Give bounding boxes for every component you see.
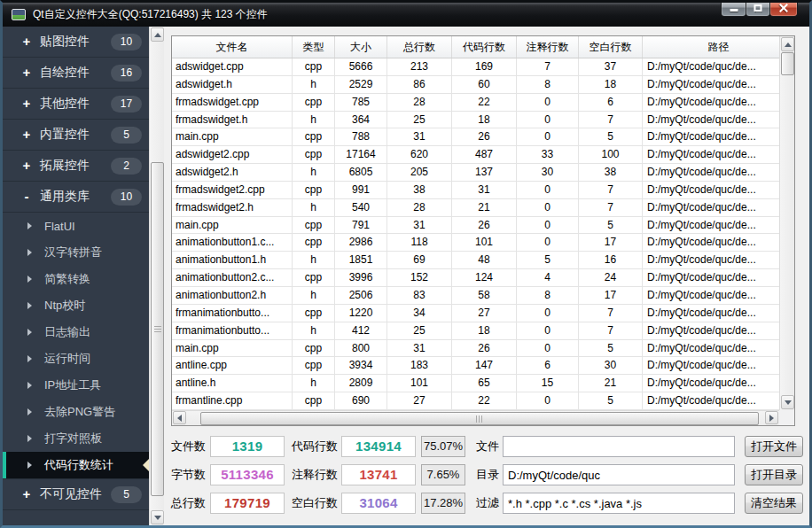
table-row[interactable]: animationbutton1.c...cpp2986118101017D:/… [172,234,779,252]
table-cell: D:/myQt/code/quc/de... [643,112,779,129]
sidebar-item[interactable]: 运行时间 [3,346,149,372]
scrollbar-thumb[interactable] [200,412,759,425]
table-cell: 3934 [335,357,387,375]
column-header[interactable]: 总行数 [387,36,452,58]
table-row[interactable]: frmadswidget.cppcpp785282206D:/myQt/code… [172,94,779,112]
table-row[interactable]: frmantline.cppcpp690272205D:/myQt/code/q… [172,392,779,410]
sidebar-item[interactable]: Ntp校时 [3,292,149,319]
sidebar-group[interactable]: +拓展控件2 [3,151,149,182]
sidebar-group[interactable]: -通用类库10 [3,182,149,213]
table-cell: cpp [293,146,335,164]
column-header[interactable]: 类型 [293,36,335,58]
table-cell: cpp [293,357,335,375]
sidebar-item[interactable]: 去除PNG警告 [3,399,149,425]
table-vertical-scrollbar[interactable] [779,36,794,410]
table-row[interactable]: antline.hh2809101651521D:/myQt/code/quc/… [172,375,779,392]
sidebar-item[interactable]: 代码行数统计 [3,452,149,478]
sidebar-item[interactable]: FlatUI [3,213,149,239]
directory-input[interactable] [503,464,735,485]
scrollbar-thumb[interactable] [781,52,794,75]
table-row[interactable]: adswidget.hh25298660818D:/myQt/code/quc/… [172,76,779,94]
sidebar-group-label: 自绘控件 [40,65,111,81]
stat-value: 31064 [341,493,416,514]
sidebar-scrollbar[interactable] [149,27,164,525]
table-cell: D:/myQt/code/quc/de... [643,128,779,146]
open-file-button[interactable]: 打开文件 [745,436,803,457]
column-header[interactable]: 空白行数 [579,36,643,58]
table-row[interactable]: animationbutton2.hh25068358817D:/myQt/co… [172,287,779,305]
maximize-button[interactable] [746,0,770,17]
table-cell: animationbutton1.c... [172,234,293,252]
table-row[interactable]: animationbutton2.c...cpp3996152124424D:/… [172,269,779,287]
table-cell: animationbutton1.h [172,252,293,269]
table-row[interactable]: frmadswidget.hh364251807D:/myQt/code/quc… [172,112,779,129]
stat-row: 总行数179719空白行数3106417.28%过滤清空结果 [171,493,806,514]
table-row[interactable]: main.cppcpp788312605D:/myQt/code/quc/de.… [172,128,779,146]
table-cell: D:/myQt/code/quc/de... [643,199,779,217]
filter-input[interactable] [503,493,735,514]
scroll-up-button[interactable] [781,37,794,51]
table-cell: h [293,76,335,94]
table-row[interactable]: adswidget2.cppcpp1716462048733100D:/myQt… [172,146,779,164]
table-cell: 5 [579,128,643,146]
input-label: 过滤 [476,495,500,511]
table-row[interactable]: frmanimationbutto...h412251807D:/myQt/co… [172,322,779,340]
scroll-right-button[interactable] [765,411,778,424]
child-arrow-icon [27,355,32,362]
scroll-down-button[interactable] [151,510,164,524]
sidebar-group[interactable]: +自绘控件16 [3,58,149,89]
table-cell: 31 [387,217,452,235]
table-cell: adswidget.h [172,76,293,94]
stat-value: 1319 [210,436,285,457]
table-cell: h [293,287,335,305]
clear-results-button[interactable]: 清空结果 [745,493,803,514]
scroll-up-button[interactable] [151,27,164,42]
minimize-button[interactable] [721,0,746,17]
column-header[interactable]: 大小 [335,36,387,58]
sidebar-group[interactable]: +其他控件17 [3,89,149,120]
table-cell: 2506 [335,287,387,305]
sidebar-item[interactable]: 日志输出 [3,319,149,346]
table-row[interactable]: main.cppcpp791312605D:/myQt/code/quc/de.… [172,217,779,235]
column-header[interactable]: 文件名 [172,36,293,58]
table-row[interactable]: animationbutton1.hh18516948516D:/myQt/co… [172,252,779,269]
scroll-left-button[interactable] [173,411,186,424]
table-row[interactable]: frmadswidget2.hh540282107D:/myQt/code/qu… [172,199,779,217]
table-body: adswidget.cppcpp5666213169737D:/myQt/cod… [172,58,779,410]
column-header[interactable]: 路径 [643,36,794,58]
table-cell: cpp [293,392,335,410]
sidebar-item[interactable]: 打字对照板 [3,425,149,452]
sidebar-children: FlatUI汉字转拼音简繁转换Ntp校时日志输出运行时间IP地址工具去除PNG警… [3,213,149,479]
sidebar-item[interactable]: 汉字转拼音 [3,239,149,266]
table-cell: 183 [387,357,452,375]
open-directory-button[interactable]: 打开目录 [745,464,803,485]
title-bar[interactable]: Qt自定义控件大全(QQ:517216493) 共 123 个控件 [3,3,809,27]
sidebar-group[interactable]: +贴图控件10 [3,27,149,58]
file-stats-table: 文件名类型大小总行数代码行数注释行数空白行数路径 adswidget.cppcp… [171,35,795,426]
scroll-down-button[interactable] [781,395,794,409]
sidebar-item[interactable]: IP地址工具 [3,372,149,399]
scrollbar-thumb[interactable] [151,162,164,496]
table-row[interactable]: antline.cppcpp3934183147630D:/myQt/code/… [172,357,779,375]
table-row[interactable]: adswidget.cppcpp5666213169737D:/myQt/cod… [172,58,779,76]
sidebar-item-label: 简繁转换 [44,271,90,287]
column-header[interactable]: 注释行数 [517,36,579,58]
stat-value: 134914 [341,436,416,457]
table-row[interactable]: frmadswidget2.cppcpp991383107D:/myQt/cod… [172,182,779,199]
table-cell: h [293,112,335,129]
column-header[interactable]: 代码行数 [452,36,517,58]
file-input[interactable] [503,436,735,457]
table-row[interactable]: adswidget2.hh68052051373038D:/myQt/code/… [172,164,779,182]
table-cell: 118 [387,234,452,252]
sidebar-group[interactable]: +不可见控件5 [3,479,149,510]
close-button[interactable] [769,0,798,17]
table-horizontal-scrollbar[interactable] [172,410,779,425]
table-row[interactable]: main.cppcpp800312605D:/myQt/code/quc/de.… [172,340,779,358]
sidebar-group-label: 通用类库 [40,189,111,205]
sidebar-item-label: 汉字转拼音 [44,245,102,260]
sidebar-item[interactable]: 简繁转换 [3,266,149,292]
table-cell: 147 [452,357,517,375]
sidebar-group[interactable]: +内置控件5 [3,120,149,151]
table-row[interactable]: frmanimationbutto...cpp1220342707D:/myQt… [172,305,779,322]
stat-row: 字节数5113346注释行数137417.65%目录打开目录 [171,464,806,485]
